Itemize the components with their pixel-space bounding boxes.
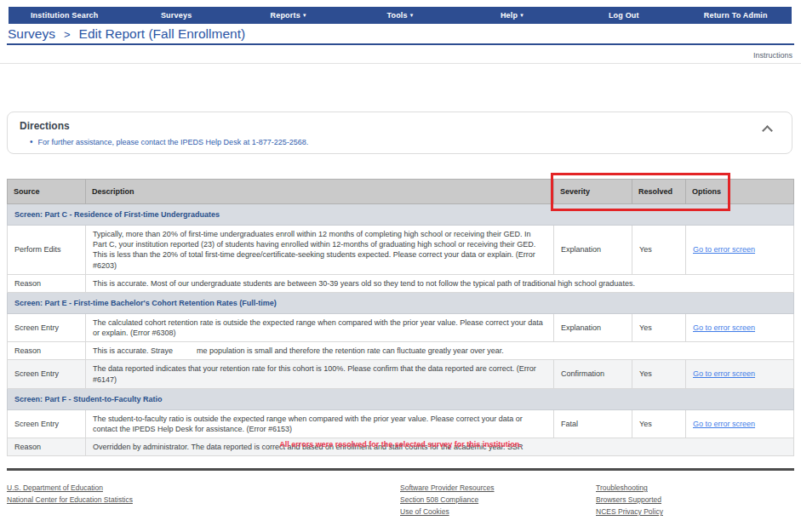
caret-down-icon: ▾: [303, 12, 306, 18]
cell-description: The data reported indicates that your re…: [86, 360, 554, 388]
nav-item-tools[interactable]: Tools▾: [344, 11, 455, 20]
footer-link[interactable]: NCES Privacy Policy: [596, 507, 663, 516]
cell-resolved: Yes: [632, 313, 686, 341]
footer-link[interactable]: Troubleshooting: [596, 483, 648, 492]
caret-down-icon: ▾: [410, 12, 414, 18]
nav-item-reports[interactable]: Reports▾: [232, 11, 344, 20]
col-header-severity: Severity: [554, 180, 632, 204]
breadcrumb-divider: [7, 43, 794, 45]
status-message: All errors were resolved for the selecte…: [0, 440, 801, 449]
footer-divider: [7, 468, 794, 471]
section-label: Screen: Part F - Student-to-Faculty Rati…: [8, 388, 794, 409]
cell-source: Screen Entry: [8, 313, 86, 341]
directions-help-text: •For further assistance, please contact …: [30, 137, 792, 146]
col-header-options: Options: [686, 180, 794, 204]
table-body: Screen: Part C - Residence of First-time…: [8, 204, 794, 456]
cell-resolved: Yes: [632, 360, 686, 388]
cell-options: Go to error screen: [686, 360, 794, 388]
col-header-source: Source: [8, 180, 86, 204]
go-to-error-screen-link[interactable]: Go to error screen: [693, 245, 755, 254]
edit-report-table-wrap: Source Description Severity Resolved Opt…: [7, 179, 794, 456]
cell-options: Go to error screen: [686, 226, 794, 275]
cell-source: Screen Entry: [8, 409, 86, 438]
cell-severity: Fatal: [554, 409, 632, 438]
top-nav: Institution SearchSurveysReports▾Tools▾H…: [9, 7, 792, 24]
directions-panel: Directions •For further assistance, plea…: [7, 112, 792, 154]
footer-link[interactable]: Browsers Supported: [596, 495, 661, 504]
cell-severity: Explanation: [554, 313, 632, 341]
footer-link[interactable]: U.S. Department of Education: [7, 483, 103, 492]
table-row: Perform EditsTypically, more than 20% of…: [8, 226, 794, 275]
instructions-link[interactable]: Instructions: [753, 51, 792, 60]
page-title: Edit Report (Fall Enrollment): [79, 26, 246, 42]
go-to-error-screen-link[interactable]: Go to error screen: [693, 323, 755, 332]
section-label: Screen: Part C - Residence of First-time…: [8, 204, 794, 226]
table-section-row: Screen: Part F - Student-to-Faculty Rati…: [8, 388, 794, 409]
footer-link[interactable]: Software Provider Resources: [400, 483, 495, 492]
chevron-up-icon[interactable]: [764, 125, 771, 133]
table-row: ReasonThis is accurate. Most of our unde…: [8, 274, 794, 292]
cell-options: Go to error screen: [686, 409, 794, 438]
breadcrumb-separator: >: [64, 28, 71, 41]
caret-down-icon: ▾: [520, 12, 524, 18]
breadcrumb: Surveys > Edit Report (Fall Enrollment): [8, 26, 245, 42]
nav-item-institution-search[interactable]: Institution Search: [9, 11, 120, 20]
directions-title: Directions: [20, 120, 792, 132]
table-section-row: Screen: Part C - Residence of First-time…: [8, 204, 794, 226]
footer-link[interactable]: National Center for Education Statistics: [7, 495, 133, 504]
go-to-error-screen-link[interactable]: Go to error screen: [693, 420, 755, 428]
breadcrumb-surveys-link[interactable]: Surveys: [8, 26, 55, 42]
footer-column-left: U.S. Department of EducationNational Cen…: [7, 483, 133, 507]
cell-resolved: Yes: [632, 409, 686, 438]
table-row: Screen EntryThe calculated cohort retent…: [8, 313, 794, 341]
footer-link[interactable]: Section 508 Compliance: [400, 495, 478, 504]
footer-column-right: TroubleshootingBrowsers SupportedNCES Pr…: [596, 483, 663, 519]
go-to-error-screen-link[interactable]: Go to error screen: [693, 369, 755, 378]
table-row: Screen EntryThe student-to-faculty ratio…: [8, 409, 794, 438]
cell-description: The student-to-faculty ratio is outside …: [86, 409, 554, 438]
cell-source: Reason: [8, 274, 86, 292]
cell-options: Go to error screen: [686, 313, 794, 341]
cell-severity: Explanation: [554, 226, 632, 275]
cell-description: This is accurate. Most of our undergradu…: [86, 274, 794, 292]
nav-item-surveys[interactable]: Surveys: [120, 11, 232, 20]
cell-source: Perform Edits: [8, 226, 86, 275]
nav-item-help[interactable]: Help▾: [456, 11, 568, 20]
cell-source: Reason: [8, 342, 86, 360]
table-section-row: Screen: Part E - First-time Bachelor's C…: [8, 292, 794, 313]
cell-resolved: Yes: [632, 226, 686, 275]
cell-severity: Confirmation: [554, 360, 632, 388]
cell-description: This is accurate. Strayeme population is…: [86, 342, 794, 360]
cell-source: Screen Entry: [8, 360, 86, 388]
footer-link[interactable]: Use of Cookies: [400, 507, 449, 516]
table-header-row: Source Description Severity Resolved Opt…: [8, 180, 794, 204]
table-row: Screen EntryThe data reported indicates …: [8, 360, 794, 388]
cell-description: Typically, more than 20% of first-time u…: [86, 226, 554, 275]
nav-item-return-to-admin[interactable]: Return To Admin: [680, 11, 792, 20]
cell-description: The calculated cohort retention rate is …: [86, 313, 554, 341]
table-row: ReasonThis is accurate. Strayeme populat…: [8, 342, 794, 360]
section-label: Screen: Part E - First-time Bachelor's C…: [8, 292, 794, 313]
nav-item-log-out[interactable]: Log Out: [568, 11, 679, 20]
edit-report-table: Source Description Severity Resolved Opt…: [7, 179, 794, 456]
col-header-description: Description: [86, 180, 554, 204]
col-header-resolved: Resolved: [632, 180, 686, 204]
footer-column-middle: Software Provider ResourcesSection 508 C…: [400, 483, 495, 519]
header-divider: [0, 63, 801, 64]
bullet-icon: •: [30, 137, 33, 146]
